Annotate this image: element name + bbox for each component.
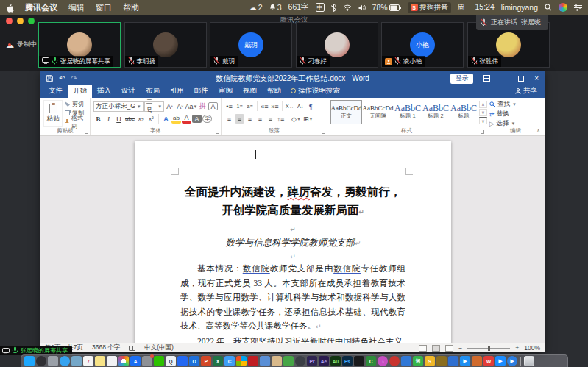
participant-tile[interactable]: 张居晓的屏幕共享	[38, 22, 121, 68]
apple-icon[interactable]	[6, 3, 14, 13]
menu-edit[interactable]: 编辑	[68, 2, 85, 13]
phonetic-guide-button[interactable]: 拼	[198, 101, 208, 111]
minimize-button[interactable]: —	[500, 75, 508, 82]
dock-siri-icon[interactable]	[36, 356, 46, 366]
numbered-list-button[interactable]: 1≡	[235, 101, 244, 111]
dock-sogou-input-icon[interactable]: S	[425, 356, 435, 366]
dock-files-folder-icon[interactable]	[272, 356, 282, 366]
change-case-button[interactable]: Aa▼	[185, 101, 197, 111]
paste-button[interactable]: 粘贴	[43, 100, 63, 127]
decrease-indent-button[interactable]: «≡	[260, 101, 269, 111]
control-center-icon[interactable]	[574, 4, 582, 11]
dock-mountain-app-icon[interactable]	[448, 356, 458, 366]
dock-brick-app-icon[interactable]	[436, 356, 447, 366]
style-正文[interactable]: AaBbCcDd正文	[330, 100, 362, 124]
document-page[interactable]: 全面提升内涵建设，踔厉奋发，勇毅前行， 开创学院高质量发展新局面↵ ↵ 数学与信…	[135, 141, 451, 343]
character-border-button[interactable]: A	[208, 102, 218, 110]
participant-tile[interactable]: 刁春好	[296, 22, 378, 68]
dock-finder-icon[interactable]	[24, 356, 35, 366]
tab-开始[interactable]: 开始	[68, 85, 92, 98]
meeting-status-icon[interactable]: ☁2	[249, 3, 262, 12]
dock-books-app-icon[interactable]	[401, 356, 411, 366]
web-layout-icon[interactable]	[445, 345, 453, 352]
dock-calendar-icon[interactable]: 7	[83, 356, 93, 366]
align-right-button[interactable]: ≡	[245, 114, 255, 124]
distribute-button[interactable]: ≡	[266, 114, 275, 124]
align-left-button[interactable]: ≡	[224, 114, 234, 124]
grow-font-button[interactable]: A˄	[165, 101, 174, 111]
close-button[interactable]: ×	[534, 75, 539, 82]
dock-camtasia-icon[interactable]: C	[366, 356, 376, 366]
sign-in-button[interactable]: 登录	[450, 74, 473, 84]
dock-photoshop-icon[interactable]: Ps	[342, 356, 353, 366]
dock-premiere-icon[interactable]: Pr	[307, 356, 317, 366]
dock-safari-icon[interactable]	[60, 356, 70, 366]
dock-outlook-icon[interactable]: O	[189, 356, 199, 366]
globe-language-icon[interactable]	[559, 3, 567, 12]
dock-excel-icon[interactable]: X	[213, 356, 223, 366]
dock-jianying-icon[interactable]	[248, 356, 258, 366]
tab-引用[interactable]: 引用	[165, 85, 189, 98]
style-无间隔[interactable]: AaBbCcDd无间隔	[362, 100, 394, 124]
strikethrough-button[interactable]: abc	[124, 114, 135, 124]
tab-设计[interactable]: 设计	[116, 85, 141, 98]
dock-qq-icon[interactable]: Q	[166, 356, 176, 366]
shading-button[interactable]: ◇▼	[291, 114, 302, 124]
wifi-icon[interactable]	[343, 4, 352, 11]
shrink-font-button[interactable]: A˅	[175, 101, 185, 111]
dock-notes-icon[interactable]	[95, 356, 105, 366]
font-size-select[interactable]: 二号▼	[144, 101, 164, 112]
dock-music-app-icon[interactable]: ♪	[378, 356, 388, 366]
show-marks-button[interactable]: ¶	[306, 101, 316, 111]
bullet-list-button[interactable]: •≡	[224, 101, 234, 111]
dock-tencent-meeting-icon[interactable]	[177, 356, 188, 366]
participant-tile[interactable]: 戴玥戴玥	[210, 22, 292, 68]
line-spacing-button[interactable]: ↕≡	[276, 114, 286, 124]
subscript-button[interactable]: x₂	[136, 114, 146, 124]
restore-button[interactable]	[518, 76, 524, 82]
character-shading-button[interactable]: A	[192, 115, 202, 123]
font-dialog-launcher[interactable]	[216, 130, 219, 134]
notification-bell-icon[interactable]: 3	[269, 3, 282, 12]
dock-system-settings-icon[interactable]	[142, 356, 152, 366]
dock-tencent-classroom-icon[interactable]: C	[224, 356, 235, 366]
tab-布局[interactable]: 布局	[141, 85, 165, 98]
enclose-characters-button[interactable]: 字	[202, 115, 212, 123]
underline-button[interactable]: U	[114, 114, 124, 124]
zoom-in-button[interactable]: +	[515, 344, 519, 352]
align-center-button[interactable]: ≡	[235, 114, 244, 124]
dock-wps-icon[interactable]: W	[483, 356, 494, 366]
undo-icon[interactable]: ↶	[59, 74, 65, 82]
tell-me-search[interactable]: 操作说明搜索	[291, 86, 340, 98]
input-method-icon[interactable]: 中	[316, 3, 325, 12]
dock-tencent-video-icon[interactable]: ▶	[495, 356, 506, 366]
increase-indent-button[interactable]: »≡	[270, 101, 280, 111]
dock-xunlei-icon[interactable]: ▶	[460, 356, 470, 366]
styles-dialog-launcher[interactable]	[481, 130, 484, 134]
dock-potplayer-icon[interactable]: ▶	[507, 356, 517, 366]
dock-preview-icon[interactable]	[71, 356, 82, 366]
borders-button[interactable]: ⊞▼	[302, 114, 314, 124]
dock-launchpad-icon[interactable]	[48, 356, 58, 366]
menu-window[interactable]: 窗口	[96, 2, 112, 13]
sogou-ime-badge[interactable]: S 搜狗拼音	[408, 2, 451, 13]
sort-button[interactable]: A↓	[296, 101, 305, 111]
spotlight-search-icon[interactable]	[545, 4, 552, 11]
volume-icon[interactable]	[358, 4, 366, 11]
menu-user[interactable]: limingyang	[501, 3, 538, 12]
tab-帮助[interactable]: 帮助	[262, 85, 286, 98]
text-effects-button[interactable]: A	[161, 114, 171, 124]
multilevel-list-button[interactable]: a≡	[245, 101, 255, 111]
menu-help[interactable]: 帮助	[123, 2, 139, 13]
zoom-out-button[interactable]: −	[458, 344, 462, 352]
ribbon-display-options-icon[interactable]	[483, 75, 490, 82]
replace-button[interactable]: ⇄替换	[489, 110, 542, 118]
participant-tile[interactable]: 李明扬	[124, 22, 207, 68]
asian-layout-button[interactable]: X↔	[285, 101, 295, 111]
dock-audition-icon[interactable]: Au	[330, 356, 341, 366]
tab-审阅[interactable]: 审阅	[213, 85, 238, 98]
dock-powerpoint-icon[interactable]: P	[201, 356, 211, 366]
zoom-level[interactable]: 100%	[524, 344, 540, 352]
dock-green-utility-icon[interactable]	[283, 356, 294, 366]
print-layout-icon[interactable]	[432, 345, 440, 352]
